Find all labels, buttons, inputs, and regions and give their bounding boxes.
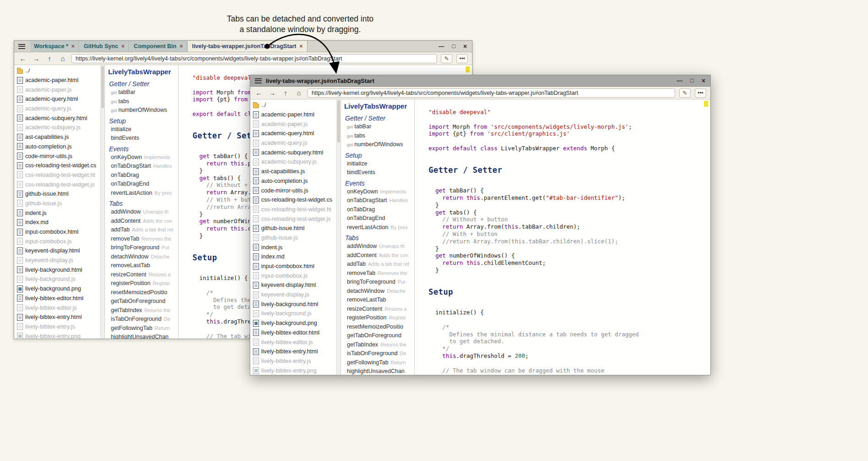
outline-item[interactable]: registerPosition Registe bbox=[108, 280, 178, 289]
outline-item[interactable]: onKeyDown Implements bbox=[108, 154, 178, 163]
file-item[interactable]: academic-query.js bbox=[250, 138, 336, 148]
file-item[interactable]: ../ bbox=[14, 66, 100, 76]
minimize-button[interactable]: — bbox=[439, 44, 445, 49]
home-button[interactable]: ⌂ bbox=[58, 55, 67, 62]
home-button[interactable]: ⌂ bbox=[294, 89, 303, 97]
file-item[interactable]: lively-bibtex-editor.html bbox=[250, 328, 336, 338]
tab[interactable]: GitHub Sync × bbox=[79, 41, 129, 52]
outline-item[interactable]: initialize bbox=[344, 160, 414, 170]
outline-item[interactable]: bringToForeground Put bbox=[344, 279, 414, 288]
file-item[interactable]: keyevent-display.html bbox=[250, 280, 336, 290]
maximize-button[interactable]: □ bbox=[690, 78, 694, 84]
file-item[interactable]: lively-background.js bbox=[250, 309, 336, 318]
outline-item[interactable]: bringToForeground Put bbox=[108, 244, 178, 253]
outline-item[interactable]: getTabOnForeground bbox=[344, 332, 414, 341]
file-item[interactable]: lively-background.png bbox=[14, 284, 100, 294]
file-item[interactable]: code-mirror-utils.js bbox=[250, 186, 336, 195]
tab-close-icon[interactable]: × bbox=[71, 43, 75, 49]
outline-item[interactable]: Tabs bbox=[108, 198, 178, 209]
file-item[interactable]: code-mirror-utils.js bbox=[14, 151, 100, 161]
file-item[interactable]: academic-query.js bbox=[14, 104, 100, 114]
outline-item[interactable]: removeTab Removes the bbox=[108, 236, 178, 245]
close-button[interactable]: × bbox=[702, 77, 705, 84]
url-input[interactable]: https://lively-kernel.org/lively4/lively… bbox=[308, 88, 675, 98]
titlebar[interactable]: Workspace * × GitHub Sync × Component Bi… bbox=[14, 41, 472, 52]
file-item[interactable]: academic-subquery.html bbox=[14, 113, 100, 123]
file-item[interactable]: lively-background.html bbox=[250, 299, 336, 309]
outline-item[interactable]: onTabDragStart Handles bbox=[108, 163, 178, 172]
outline-item[interactable]: revertLastAction By pres bbox=[344, 224, 414, 233]
outline-item[interactable]: bindEvents bbox=[344, 169, 414, 178]
file-item[interactable]: css-reloading-test-widget.ht bbox=[14, 170, 100, 180]
file-item[interactable]: ast-capabilities.js bbox=[14, 132, 100, 142]
outline-item[interactable]: removeLastTab bbox=[344, 296, 414, 306]
tab[interactable]: Component Bin × bbox=[129, 41, 187, 52]
outline-item[interactable]: get tabs bbox=[108, 98, 178, 107]
outline-item[interactable]: get tabs bbox=[344, 132, 414, 142]
minimize-button[interactable]: — bbox=[677, 78, 683, 84]
outline-item[interactable]: resizeContent Resizes a bbox=[344, 306, 414, 315]
outline-item[interactable]: bindEvents bbox=[108, 135, 178, 144]
file-item[interactable]: lively-bibtex-entry.js bbox=[14, 322, 100, 332]
outline-item[interactable]: onTabDragEnd bbox=[108, 181, 178, 190]
outline-item[interactable]: onTabDragEnd bbox=[344, 215, 414, 224]
scrollbar-thumb[interactable] bbox=[101, 66, 104, 108]
file-list-scrollbar[interactable] bbox=[100, 65, 104, 339]
file-item[interactable]: input-combobox.js bbox=[14, 236, 100, 246]
file-item[interactable]: keyevent-display.js bbox=[250, 290, 336, 300]
outline-item[interactable]: registerPosition Registe bbox=[344, 314, 414, 324]
outline-item[interactable]: revertLastAction By pres bbox=[108, 190, 178, 199]
file-item[interactable]: lively-background.png bbox=[250, 318, 336, 328]
scrollbar-thumb[interactable] bbox=[337, 100, 340, 143]
file-item[interactable]: github-issue.js bbox=[250, 233, 336, 243]
file-item[interactable]: css-reloading-test-widget.cs bbox=[14, 161, 100, 170]
file-item[interactable]: lively-bibtex-entry.png bbox=[250, 366, 336, 375]
url-input[interactable]: https://lively-kernel.org/lively4/lively… bbox=[71, 54, 437, 63]
file-item[interactable]: lively-bibtex-editor.js bbox=[250, 337, 336, 347]
outline-item[interactable]: initialize bbox=[108, 126, 178, 135]
file-item[interactable]: index.md bbox=[250, 252, 336, 262]
file-item[interactable]: academic-subquery.js bbox=[14, 123, 100, 132]
file-item[interactable]: lively-bibtex-entry.png bbox=[14, 331, 100, 339]
file-item[interactable]: github-issue.js bbox=[14, 199, 100, 209]
file-item[interactable]: indent.js bbox=[250, 242, 336, 252]
outline-item[interactable]: highlightUnsavedChan bbox=[344, 368, 414, 375]
file-item[interactable]: auto-completion.js bbox=[250, 176, 336, 186]
file-item[interactable]: academic-query.html bbox=[250, 129, 336, 138]
class-name[interactable]: LivelyTabsWrapper bbox=[108, 68, 178, 79]
close-button[interactable]: × bbox=[463, 43, 467, 49]
file-item[interactable]: lively-background.html bbox=[14, 265, 100, 274]
outline-item[interactable]: getTabOnForeground bbox=[108, 298, 178, 307]
more-button[interactable]: ••• bbox=[456, 54, 468, 63]
file-item[interactable]: lively-bibtex-entry.js bbox=[250, 357, 336, 366]
file-item[interactable]: ../ bbox=[250, 100, 336, 110]
outline-item[interactable]: getTabIndex Returns the bbox=[108, 307, 178, 316]
outline-item[interactable]: getFollowingTab Return bbox=[344, 359, 414, 368]
outline-item[interactable]: isTabOnForeground De bbox=[344, 350, 414, 359]
up-button[interactable]: ↑ bbox=[281, 89, 290, 97]
outline-item[interactable]: Getter / Setter bbox=[344, 113, 414, 123]
file-item[interactable]: css-reloading-test-widget.js bbox=[14, 180, 100, 189]
maximize-button[interactable]: □ bbox=[452, 44, 456, 49]
file-item[interactable]: keyevent-display.js bbox=[14, 256, 100, 265]
outline-item[interactable]: addContent Adds the con bbox=[108, 218, 178, 227]
outline-item[interactable]: addContent Adds the con bbox=[344, 252, 414, 261]
file-item[interactable]: ast-capabilities.js bbox=[250, 167, 336, 176]
outline-item[interactable]: getFollowingTab Return bbox=[108, 325, 178, 334]
file-item[interactable]: input-combobox.html bbox=[250, 262, 336, 271]
file-item[interactable]: academic-paper.js bbox=[14, 85, 100, 94]
outline-item[interactable]: removeLastTab bbox=[108, 262, 178, 271]
outline-item[interactable]: resetMemoizedPositio bbox=[344, 324, 414, 333]
tab[interactable]: Workspace * × bbox=[29, 41, 79, 52]
forward-button[interactable]: → bbox=[32, 55, 41, 62]
outline-item[interactable]: onTabDrag bbox=[108, 172, 178, 181]
file-item[interactable]: academic-paper.html bbox=[14, 76, 100, 85]
file-item[interactable]: input-combobox.html bbox=[14, 227, 100, 237]
code-editor[interactable]: "disable deepeval" import Morph from 'sr… bbox=[415, 99, 710, 375]
outline-item[interactable]: getTabIndex Returns the bbox=[344, 341, 414, 351]
file-item[interactable]: keyevent-display.html bbox=[14, 246, 100, 256]
outline-item[interactable]: Events bbox=[344, 178, 414, 188]
tab[interactable]: lively-tabs-wrapper.js#onTabDragStart × bbox=[187, 41, 308, 52]
file-item[interactable]: lively-bibtex-editor.js bbox=[14, 303, 100, 313]
outline-item[interactable]: resizeContent Resizes a bbox=[108, 271, 178, 280]
